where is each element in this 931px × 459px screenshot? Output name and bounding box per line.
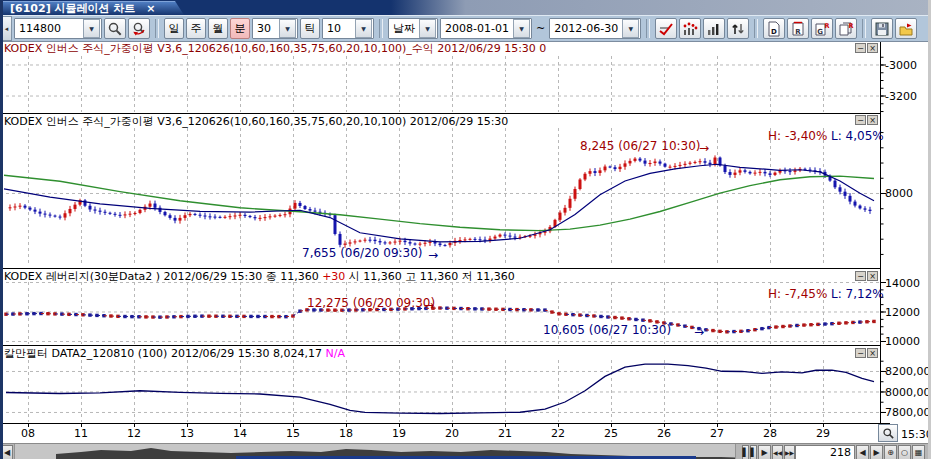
- refresh-button[interactable]: ○: [898, 445, 911, 459]
- chevron-down-icon[interactable]: ▼: [355, 19, 372, 38]
- panel3-title-right: 시 11,360 고 11,360 저 11,360: [345, 270, 514, 283]
- panel1-title: KODEX 인버스 주식_가중이평 V3,6_120626(10,60,160,…: [4, 41, 546, 56]
- x-tick-label: 15: [282, 427, 304, 440]
- period-month-button[interactable]: 월: [208, 18, 228, 39]
- report-refresh-button[interactable]: GR: [811, 18, 833, 39]
- search-button[interactable]: [104, 18, 126, 39]
- tick-button[interactable]: 틱: [300, 18, 320, 39]
- chart-navigator[interactable]: [14, 444, 736, 459]
- documents-copy-icon: R: [838, 21, 854, 37]
- panel1-minimize-icon[interactable]: −: [855, 43, 866, 53]
- x-tick-label: 28: [759, 427, 781, 440]
- date-range-tilde: ~: [536, 22, 545, 35]
- chart-signal-button[interactable]: [679, 18, 701, 39]
- tab-simulation-chart[interactable]: [6102] 시뮬레이션 차트 ×: [2, 1, 184, 15]
- search-back-button[interactable]: [128, 18, 150, 39]
- chart-canvas[interactable]: [0, 0, 931, 459]
- signal-check-icon: [658, 21, 674, 37]
- x-tick-label: 13: [176, 427, 198, 440]
- panel3-minimize-icon[interactable]: −: [855, 271, 866, 281]
- step-right-button[interactable]: ▶: [870, 445, 883, 459]
- minute-interval-combo[interactable]: 30 ▼: [252, 18, 298, 39]
- rewind-button[interactable]: ◀◀: [772, 445, 783, 459]
- tick-interval-value: 10: [327, 22, 341, 35]
- panel3-low-pct: L: 7,12%: [831, 287, 884, 301]
- chevron-down-icon[interactable]: ▼: [513, 19, 530, 38]
- bar-chart-button[interactable]: [703, 18, 725, 39]
- panel2-low-annotation: 7,655 (06/20 09:30): [302, 246, 423, 260]
- panel3-low-annotation: 10,605 (06/27 10:30): [543, 323, 671, 337]
- panel2-title: KODEX 인버스 주식_가중이평 V3,6_120626(10,60,160,…: [4, 114, 508, 129]
- tab-bar: [6102] 시뮬레이션 차트 ×: [0, 0, 931, 16]
- search-back-icon: [131, 21, 147, 37]
- toolbar-separator: [862, 19, 866, 38]
- save-button[interactable]: [871, 18, 893, 39]
- x-tick-label: 08: [17, 427, 39, 440]
- arrow-right-icon: →: [424, 298, 434, 312]
- nav-bar-icon[interactable]: ▌: [750, 445, 757, 459]
- date-from-value: 2008-01-01: [445, 22, 509, 35]
- document-d-icon: D: [766, 21, 782, 37]
- panel3-change-value: +30: [322, 270, 345, 283]
- forward-button[interactable]: ▶▶: [784, 445, 795, 459]
- simulation-chart-window: [6102] 시뮬레이션 차트 × ◂ 114800 ▼ 일 주 월 분 30 …: [0, 0, 931, 459]
- x-tick-label: 25: [600, 427, 622, 440]
- panel3-close-icon[interactable]: ×: [867, 271, 878, 281]
- panel4-minimize-icon[interactable]: −: [855, 348, 866, 358]
- zoom-button[interactable]: [878, 424, 898, 442]
- panel2-minimize-icon[interactable]: −: [855, 115, 866, 125]
- chevron-down-icon[interactable]: ▼: [83, 19, 100, 38]
- panel4-close-icon[interactable]: ×: [867, 348, 878, 358]
- x-tick-label: 18: [335, 427, 357, 440]
- bar-count-input[interactable]: [795, 445, 855, 459]
- x-tick-label: 26: [653, 427, 675, 440]
- y-tick-label: 8200,00: [885, 365, 931, 378]
- x-tick-label: 22: [547, 427, 569, 440]
- svg-text:D: D: [771, 28, 777, 36]
- sort-updown-button[interactable]: [727, 18, 749, 39]
- x-tick-label: 12: [123, 427, 145, 440]
- bar-chart-icon: [706, 21, 722, 37]
- period-week-button[interactable]: 주: [186, 18, 206, 39]
- period-day-button[interactable]: 일: [164, 18, 184, 39]
- signal-line-button[interactable]: [655, 18, 677, 39]
- period-minute-button[interactable]: 분: [230, 18, 250, 39]
- report-button[interactable]: R: [787, 18, 809, 39]
- toolbar-separator: [754, 19, 758, 38]
- panel1-close-icon[interactable]: ×: [867, 43, 878, 53]
- new-document-button[interactable]: D: [763, 18, 785, 39]
- document-gr-icon: GR: [814, 21, 830, 37]
- date-from-combo[interactable]: 2008-01-01 ▼: [440, 18, 532, 39]
- chevron-down-icon[interactable]: ▼: [622, 19, 639, 38]
- symbol-value: 114800: [19, 22, 61, 35]
- open-button[interactable]: [895, 18, 917, 39]
- play-button[interactable]: ▶: [758, 445, 771, 459]
- floppy-save-icon: [874, 21, 890, 37]
- document-r-icon: R: [790, 21, 806, 37]
- nav-bar-icon[interactable]: ▌: [742, 445, 749, 459]
- date-mode-value: 날짜: [393, 21, 415, 36]
- panel2-close-icon[interactable]: ×: [867, 115, 878, 125]
- chevron-down-icon[interactable]: ▼: [279, 19, 296, 38]
- open-folder-icon: [898, 21, 914, 37]
- svg-text:R: R: [825, 21, 830, 29]
- x-tick-label: 21: [494, 427, 516, 440]
- date-to-combo[interactable]: 2012-06-30 ▼: [549, 18, 641, 39]
- step-left-button[interactable]: ◀: [856, 445, 869, 459]
- grid-button[interactable]: ▦: [912, 445, 925, 459]
- last-time-label: 15:30: [901, 428, 931, 441]
- y-tick-label: 8000: [885, 187, 913, 200]
- tick-interval-combo[interactable]: 10 ▼: [322, 18, 374, 39]
- add-button[interactable]: ⊕: [884, 445, 897, 459]
- y-tick-label: 12000: [885, 306, 920, 319]
- y-tick-label: -3000: [885, 59, 917, 72]
- panel4-title: 칼만필터 DATA2_120810 (100) 2012/06/29 15:30…: [4, 346, 345, 361]
- chevron-down-icon[interactable]: ▼: [419, 19, 436, 38]
- arrow-right-icon: →: [428, 248, 438, 262]
- copy-report-button[interactable]: R: [835, 18, 857, 39]
- date-mode-combo[interactable]: 날짜 ▼: [388, 18, 438, 39]
- symbol-combo[interactable]: 114800 ▼: [14, 18, 102, 39]
- tab-close-icon[interactable]: ×: [146, 2, 155, 15]
- x-tick-label: 27: [706, 427, 728, 440]
- bar-chart-dots-icon: [682, 21, 698, 37]
